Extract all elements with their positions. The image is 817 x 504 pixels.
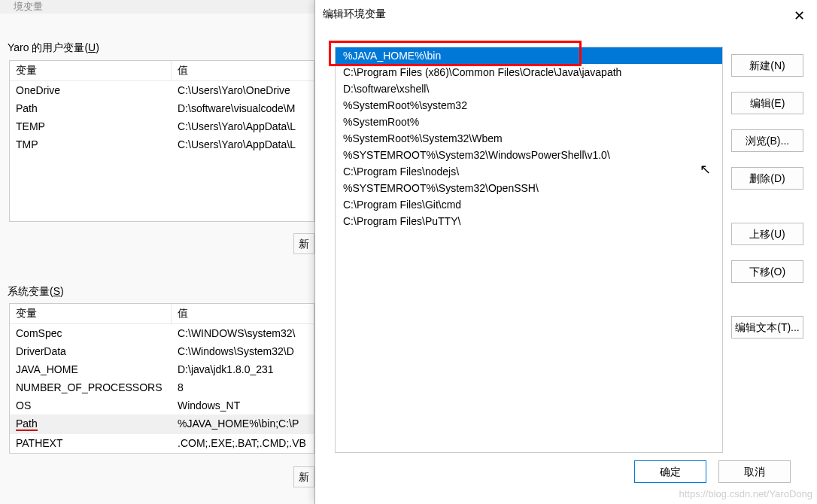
list-item[interactable]: D:\software\xshell\ — [336, 80, 722, 97]
col-header-variable[interactable]: 变量 — [10, 61, 172, 80]
cell-value: .COM;.EXE;.BAT;.CMD;.VB — [172, 436, 314, 451]
table-row[interactable]: OSWindows_NT — [10, 396, 314, 414]
cell-value: C:\WINDOWS\system32\ — [172, 326, 314, 341]
dialog-title: 编辑环境变量 — [323, 8, 386, 21]
system-vars-section-label: 系统变量(S) — [8, 285, 64, 299]
edit-text-button[interactable]: 编辑文本(T)... — [731, 316, 803, 339]
edit-path-dialog: 编辑环境变量 ✕ %JAVA_HOME%\binC:\Program Files… — [314, 0, 817, 504]
browse-button[interactable]: 浏览(B)... — [731, 129, 803, 152]
cell-value: D:\java\jdk1.8.0_231 — [172, 362, 314, 377]
user-new-button-partial[interactable]: 新 — [293, 233, 314, 254]
table-row[interactable]: JAVA_HOMED:\java\jdk1.8.0_231 — [10, 360, 314, 378]
system-vars-table[interactable]: 变量 值 ComSpecC:\WINDOWS\system32\DriverDa… — [9, 303, 314, 454]
user-vars-section-label: Yaro 的用户变量(U) — [8, 41, 99, 55]
move-up-button[interactable]: 上移(U) — [731, 223, 803, 245]
move-down-button[interactable]: 下移(O) — [731, 260, 803, 283]
cell-variable: JAVA_HOME — [10, 362, 172, 377]
system-new-button-partial[interactable]: 新 — [293, 466, 314, 487]
table-row[interactable]: PATHEXT.COM;.EXE;.BAT;.CMD;.VB — [10, 434, 314, 452]
table-row[interactable]: DriverDataC:\Windows\System32\D — [10, 342, 314, 360]
delete-button[interactable]: 删除(D) — [731, 167, 803, 190]
list-item[interactable]: C:\Program Files\nodejs\ — [336, 163, 722, 180]
table-row[interactable]: ComSpecC:\WINDOWS\system32\ — [10, 324, 314, 342]
cell-variable: OS — [10, 398, 172, 413]
list-item[interactable]: %JAVA_HOME%\bin — [336, 47, 722, 64]
table-row[interactable]: TMPC:\Users\Yaro\AppData\L — [10, 135, 314, 153]
table-row[interactable]: Path%JAVA_HOME%\bin;C:\P — [10, 414, 314, 434]
cell-variable: Path — [10, 416, 172, 433]
cell-variable: TMP — [10, 137, 172, 152]
cell-value: %JAVA_HOME%\bin;C:\P — [172, 416, 314, 433]
list-item[interactable]: %SYSTEMROOT%\System32\OpenSSH\ — [336, 180, 722, 196]
table-row[interactable]: TEMPC:\Users\Yaro\AppData\L — [10, 117, 314, 135]
cell-value: C:\Users\Yaro\AppData\L — [172, 119, 314, 134]
system-vars-header: 变量 值 — [10, 304, 314, 324]
cell-variable: Path — [10, 101, 172, 116]
col-header-value[interactable]: 值 — [172, 304, 314, 323]
table-row[interactable]: PathD:\software\visualcode\M — [10, 99, 314, 117]
cell-variable: DriverData — [10, 344, 172, 359]
cell-variable: TEMP — [10, 119, 172, 134]
user-vars-header: 变量 值 — [10, 61, 314, 81]
cell-value: Windows_NT — [172, 398, 314, 413]
table-row[interactable]: NUMBER_OF_PROCESSORS8 — [10, 378, 314, 396]
watermark: https://blog.csdn.net/YaroDong — [679, 488, 812, 499]
close-icon[interactable]: ✕ — [794, 8, 805, 24]
list-item[interactable]: %SYSTEMROOT%\System32\WindowsPowerShell\… — [336, 147, 722, 163]
cell-variable: ComSpec — [10, 326, 172, 341]
cell-variable: PATHEXT — [10, 436, 172, 451]
cell-value: 8 — [172, 380, 314, 395]
path-entries-listbox[interactable]: %JAVA_HOME%\binC:\Program Files (x86)\Co… — [335, 47, 723, 453]
list-item[interactable]: C:\Program Files\PuTTY\ — [336, 213, 722, 229]
col-header-value[interactable]: 值 — [172, 61, 314, 80]
col-header-variable[interactable]: 变量 — [10, 304, 172, 323]
cell-value: C:\Windows\System32\D — [172, 344, 314, 359]
list-item[interactable]: C:\Program Files (x86)\Common Files\Orac… — [336, 64, 722, 80]
ok-button[interactable]: 确定 — [634, 460, 706, 483]
list-item[interactable]: %SystemRoot%\System32\Wbem — [336, 130, 722, 147]
cancel-button[interactable]: 取消 — [718, 460, 791, 483]
cell-variable: OneDrive — [10, 83, 172, 98]
cell-value: C:\Users\Yaro\AppData\L — [172, 137, 314, 152]
list-item[interactable]: %SystemRoot% — [336, 114, 722, 130]
list-item[interactable]: C:\Program Files\Git\cmd — [336, 196, 722, 213]
cell-value: C:\Users\Yaro\OneDrive — [172, 83, 314, 98]
edit-button[interactable]: 编辑(E) — [731, 92, 803, 114]
list-item[interactable]: %SystemRoot%\system32 — [336, 97, 722, 114]
cell-value: D:\software\visualcode\M — [172, 101, 314, 116]
new-button[interactable]: 新建(N) — [731, 54, 803, 77]
table-row[interactable]: OneDriveC:\Users\Yaro\OneDrive — [10, 81, 314, 99]
user-vars-table[interactable]: 变量 值 OneDriveC:\Users\Yaro\OneDrivePathD… — [9, 60, 314, 222]
cell-variable: NUMBER_OF_PROCESSORS — [10, 380, 172, 395]
